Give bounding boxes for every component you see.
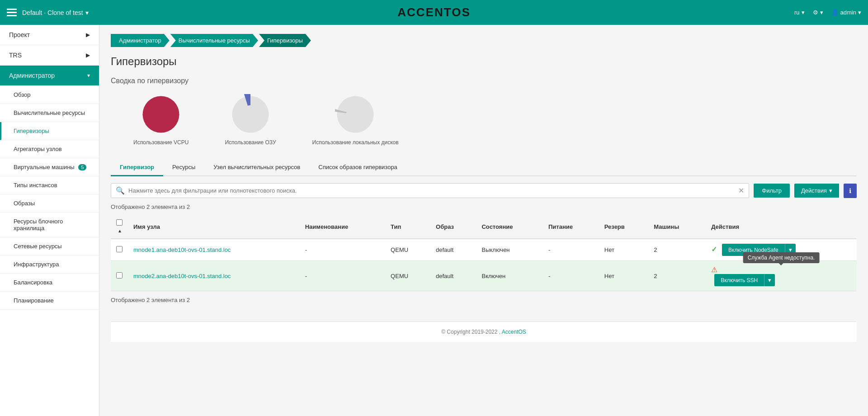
row2-actions-cell: ⚠ Служба Agent недоступна. Включить SSH …: [706, 261, 857, 291]
sidebar-sub-item-network[interactable]: Сетевые ресурсы: [0, 237, 99, 255]
logo-text: ACCENT: [397, 5, 452, 19]
app-logo: ACCENTOS: [397, 5, 470, 19]
count-text-top: Отображено 2 элемента из 2: [111, 203, 857, 210]
tab-image-list[interactable]: Список образов гипервизора: [309, 159, 406, 176]
hamburger-menu[interactable]: [7, 9, 17, 16]
actions-button[interactable]: Действия ▾: [794, 184, 839, 198]
row1-checkbox[interactable]: [116, 246, 123, 252]
footer-link[interactable]: AccentOS: [502, 329, 526, 335]
info-button[interactable]: ℹ: [844, 184, 857, 198]
sidebar-sub-item-images[interactable]: Образы: [0, 194, 99, 213]
tab-hypervisor[interactable]: Гипервизор: [111, 159, 163, 176]
row1-name-cell: mnode1.ana-deb10t-ovs-01.stand.loc: [128, 239, 300, 261]
ram-pie: [230, 94, 271, 135]
row1-reserve-cell: Нет: [599, 239, 649, 261]
row1-name-link[interactable]: mnode1.ana-deb10t-ovs-01.stand.loc: [133, 246, 231, 253]
disk-chart: Использование локальных дисков: [312, 94, 399, 146]
footer: © Copyright 2019-2022 , AccentOS: [111, 321, 857, 342]
logo-s: S: [462, 5, 470, 19]
row2-designation-cell: -: [300, 261, 385, 291]
row2-name-link[interactable]: mnode2.ana-deb10t-ovs-01.stand.loc: [133, 273, 231, 279]
sidebar-sub-item-vms[interactable]: Виртуальные машины 5: [0, 158, 99, 176]
sidebar: Проект ▶ TRS ▶ Администратор ▾ Обзор Выч…: [0, 25, 99, 416]
sidebar-sub-item-planning[interactable]: Планирование: [0, 292, 99, 310]
sidebar-sub-item-aggregators[interactable]: Агрегаторы узлов: [0, 140, 99, 158]
ram-chart: Использование ОЗУ: [225, 94, 276, 146]
col-image: Образ: [430, 215, 476, 239]
sidebar-sub-item-infrastructure[interactable]: Инфраструктура: [0, 255, 99, 274]
clear-search-icon[interactable]: ✕: [738, 186, 744, 195]
row2-checkbox[interactable]: [116, 272, 123, 279]
logo-o: O: [452, 5, 462, 19]
chevron-down-icon: ▾: [85, 9, 89, 16]
sidebar-sub-item-compute[interactable]: Вычислительные ресурсы: [0, 104, 99, 122]
chevron-down-icon: ▾: [87, 72, 90, 79]
project-selector[interactable]: Default · Clone of test ▾: [22, 9, 89, 16]
row2-action-dropdown[interactable]: ▾: [764, 274, 775, 286]
vcpu-chart: Использование VCPU: [133, 94, 189, 146]
col-actions: Действия: [706, 215, 857, 239]
sidebar-item-administrator[interactable]: Администратор ▾: [0, 66, 99, 86]
sidebar-item-trs[interactable]: TRS ▶: [0, 45, 99, 66]
chevron-right-icon: ▶: [86, 32, 90, 38]
tab-compute-node[interactable]: Узел вычислительных ресурсов: [204, 159, 309, 176]
search-icon: 🔍: [116, 186, 125, 195]
page-title: Гипервизоры: [111, 55, 857, 68]
col-type: Тип: [385, 215, 430, 239]
count-text-bottom: Отображено 2 элемента из 2: [111, 297, 857, 303]
col-designation: Наименование: [300, 215, 385, 239]
settings-menu[interactable]: ⚙ ▾: [813, 9, 823, 16]
vms-badge: 5: [78, 164, 86, 170]
search-input-wrap: 🔍 ✕: [111, 183, 749, 198]
chevron-down-icon: ▾: [858, 9, 861, 16]
disk-pie: [335, 94, 376, 135]
sidebar-sub-item-instance-types[interactable]: Типы инстансов: [0, 176, 99, 194]
row2-state-cell: Включен: [476, 261, 543, 291]
sidebar-sub-item-balancing[interactable]: Балансировка: [0, 274, 99, 292]
breadcrumb-administrator[interactable]: Администратор: [111, 34, 170, 47]
col-machines: Машины: [648, 215, 706, 239]
search-bar: 🔍 ✕ Фильтр Действия ▾ ℹ: [111, 183, 857, 198]
search-input[interactable]: [128, 187, 738, 194]
row2-tooltip-wrap: ⚠ Служба Agent недоступна.: [711, 265, 851, 274]
table-body: mnode1.ana-deb10t-ovs-01.stand.loc - QEM…: [111, 239, 857, 291]
status-check-icon: ✓: [711, 246, 717, 253]
row2-power-cell: -: [543, 261, 599, 291]
language-selector[interactable]: ru ▾: [794, 9, 805, 16]
actions-group: Действия ▾: [794, 184, 839, 198]
user-menu[interactable]: 👤 admin ▾: [831, 9, 861, 16]
sidebar-sub-item-overview[interactable]: Обзор: [0, 86, 99, 104]
row1-checkbox-cell: [111, 239, 128, 261]
vcpu-label: Использование VCPU: [133, 139, 189, 146]
tab-resources[interactable]: Ресурсы: [163, 159, 204, 176]
header-center: ACCENTOS: [397, 5, 470, 19]
select-all-checkbox[interactable]: [116, 219, 123, 226]
main-layout: Проект ▶ TRS ▶ Администратор ▾ Обзор Выч…: [0, 25, 868, 416]
summary-title: Сводка по гипервизору: [111, 77, 857, 85]
breadcrumb: Администратор Вычислительные ресурсы Гип…: [111, 34, 857, 47]
row1-designation-cell: -: [300, 239, 385, 261]
chevron-right-icon: ▶: [86, 52, 90, 58]
filter-button[interactable]: Фильтр: [754, 184, 790, 198]
tabs: Гипервизор Ресурсы Узел вычислительных р…: [111, 159, 857, 176]
row2-reserve-cell: Нет: [599, 261, 649, 291]
chevron-down-icon: ▾: [820, 9, 823, 16]
row2-action-group: Включить SSH ▾: [714, 274, 775, 286]
breadcrumb-hypervisors[interactable]: Гипервизоры: [259, 34, 311, 47]
row1-power-cell: -: [543, 239, 599, 261]
row2-action-button[interactable]: Включить SSH: [714, 274, 764, 286]
row1-type-cell: QEMU: [385, 239, 430, 261]
breadcrumb-compute[interactable]: Вычислительные ресурсы: [170, 34, 258, 47]
chevron-down-icon: ▾: [802, 9, 805, 16]
main-content: Администратор Вычислительные ресурсы Гип…: [99, 25, 868, 416]
sidebar-sub-item-hypervisors[interactable]: Гипервизоры: [0, 122, 99, 140]
row1-machines-cell: 2: [648, 239, 706, 261]
col-power: Питание: [543, 215, 599, 239]
sidebar-sub-item-block-storage[interactable]: Ресурсы блочного хранилища: [0, 213, 99, 237]
sort-icon: ▲: [118, 228, 122, 233]
project-name: Default · Clone of test: [22, 9, 83, 16]
sidebar-item-project[interactable]: Проект ▶: [0, 25, 99, 45]
table-row: mnode2.ana-deb10t-ovs-01.stand.loc - QEM…: [111, 261, 857, 291]
header: Default · Clone of test ▾ ACCENTOS ru ▾ …: [0, 0, 868, 25]
col-state: Состояние: [476, 215, 543, 239]
